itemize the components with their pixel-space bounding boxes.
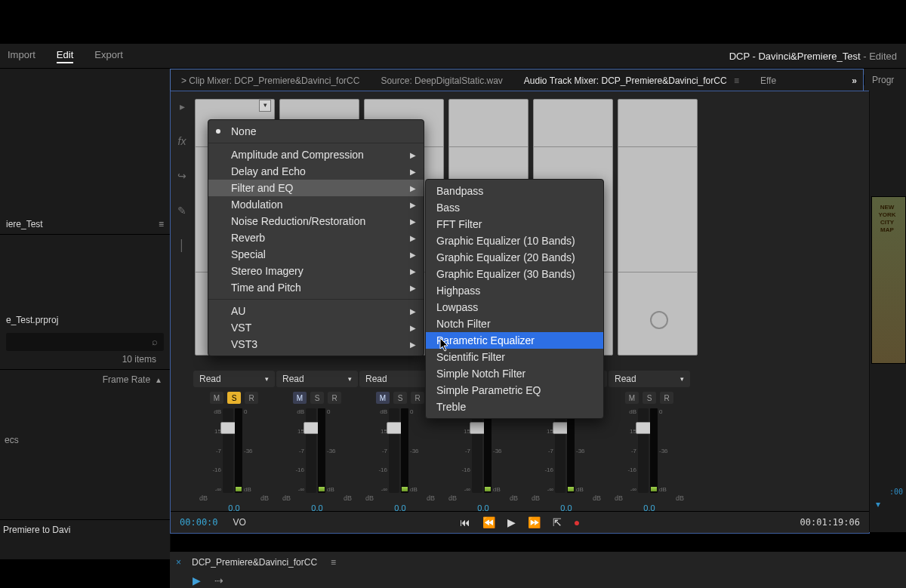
fx-menu-item[interactable]: Reverb▶	[208, 229, 424, 246]
solo-button[interactable]: S	[310, 392, 324, 404]
fx-menu-item[interactable]: Amplitude and Compression▶	[208, 146, 424, 163]
menu-import[interactable]: Import	[8, 49, 35, 63]
more-tabs-icon[interactable]: »	[852, 75, 857, 86]
fx-menu-item[interactable]: Noise Reduction/Restoration▶	[208, 213, 424, 229]
fx-submenu-item[interactable]: Graphic Equalizer (30 Bands)	[426, 266, 603, 282]
tab-clip-mixer[interactable]: > Clip Mixer: DCP_Premiere&Davinci_forCC	[171, 75, 370, 86]
window-title: DCP - Davinci&Premiere_Test - Edited	[729, 51, 897, 62]
timeline-sequence-name[interactable]: DCP_Premiere&Davinci_forCC	[192, 557, 317, 568]
fx-menu-plugin-format[interactable]: AU▶	[208, 303, 424, 319]
mute-button[interactable]: M	[293, 392, 307, 404]
fx-submenu-item[interactable]: Notch Filter	[426, 316, 603, 332]
level-meter	[567, 408, 575, 493]
mute-button[interactable]: M	[376, 392, 390, 404]
tab-program[interactable]: Progr	[864, 75, 906, 85]
hamburger-icon[interactable]: ≡	[159, 219, 164, 229]
fx-submenu-item[interactable]: Graphic Equalizer (10 Bands)	[426, 232, 603, 249]
timeline-menu-icon[interactable]: ≡	[331, 557, 336, 568]
panel-tabbar: > Clip Mixer: DCP_Premiere&Davinci_forCC…	[0, 68, 906, 91]
timecode-in[interactable]: 00:00:0	[180, 517, 218, 528]
selection-tool-icon[interactable]: ▶	[193, 574, 201, 586]
record-button[interactable]: R	[660, 392, 673, 404]
mute-button[interactable]: M	[625, 392, 639, 404]
fx-slot[interactable]	[618, 99, 698, 356]
fx-submenu-item[interactable]: Bass	[426, 199, 603, 216]
timeline-close-icon[interactable]: ×	[176, 557, 181, 568]
sort-caret-icon: ▲	[155, 376, 162, 384]
timeline-tab-bar: × DCP_Premiere&Davinci_forCC ≡	[170, 551, 906, 573]
solo-button[interactable]: S	[227, 392, 241, 404]
fx-menu-item[interactable]: Time and Pitch▶	[208, 279, 424, 296]
playhead-marker-icon[interactable]: ▾	[876, 499, 891, 508]
tab-audio-track-mixer[interactable]: Audio Track Mixer: DCP_Premiere&Davinci_…	[513, 75, 750, 86]
level-meter	[401, 408, 408, 493]
menu-edit[interactable]: Edit	[57, 49, 73, 63]
fx-submenu-item[interactable]: Treble	[426, 399, 603, 415]
main-menubar: Import Edit Export DCP - Davinci&Premier…	[0, 44, 906, 68]
tool-send-icon[interactable]: ↪	[176, 170, 188, 182]
volume-fader[interactable]	[638, 408, 649, 493]
solo-button[interactable]: S	[643, 392, 656, 404]
fx-menu-none[interactable]: None	[208, 123, 424, 140]
fx-menu-plugin-format[interactable]: VST▶	[208, 319, 424, 336]
fx-menu-item[interactable]: Modulation▶	[208, 196, 424, 213]
fx-submenu-item[interactable]: Graphic Equalizer (20 Bands)	[426, 249, 603, 266]
tool-fx-icon[interactable]: fx	[176, 135, 188, 147]
fx-slot-dropdown-icon[interactable]: ▾	[259, 100, 271, 112]
tool-pen-icon[interactable]: ✎	[176, 205, 188, 217]
bin-item-premiere[interactable]: Premiere to Davi	[0, 519, 170, 540]
project-panel: iere_Test ≡ e_Test.prproj ⌕ 10 items Fra…	[0, 91, 171, 559]
project-file-row[interactable]: e_Test.prproj	[0, 310, 170, 330]
step-back-icon[interactable]: ⏪	[482, 516, 495, 528]
fx-submenu-item[interactable]: Simple Notch Filter	[426, 365, 603, 382]
fx-submenu-item[interactable]: Bandpass	[426, 183, 603, 199]
fx-menu-item[interactable]: Delay and Echo▶	[208, 163, 424, 180]
frame-rate-header[interactable]: Frame Rate▲	[0, 369, 170, 389]
mixer-channel: Read▾MSRdB15-7-16-∞0-36dBdBdB0.0	[610, 371, 689, 513]
project-bin-row[interactable]: iere_Test ≡	[0, 214, 170, 234]
step-fwd-icon[interactable]: ⏩	[528, 516, 541, 528]
solo-button[interactable]: S	[393, 392, 407, 404]
pan-knob[interactable]	[650, 311, 668, 329]
fx-menu-item[interactable]: Stereo Imagery▶	[208, 263, 424, 279]
automation-mode-dropdown[interactable]: Read▾	[609, 371, 690, 387]
volume-fader[interactable]	[389, 408, 399, 493]
volume-fader[interactable]	[223, 408, 233, 493]
fx-menu-item[interactable]: Special▶	[208, 246, 424, 263]
fx-submenu-item[interactable]: Simple Parametric EQ	[426, 382, 603, 399]
fx-filter-eq-submenu: BandpassBassFFT FilterGraphic Equalizer …	[425, 179, 604, 419]
fx-submenu-item[interactable]: Scientific Filter	[426, 349, 603, 365]
play-icon[interactable]: ▶	[507, 516, 516, 528]
fx-menu-plugin-format[interactable]: VST3▶	[208, 336, 424, 352]
fx-submenu-item[interactable]: FFT Filter	[426, 216, 603, 232]
record-button[interactable]: R	[411, 392, 424, 404]
tab-menu-icon[interactable]: ≡	[734, 75, 739, 86]
program-thumb-text: NEW YORK CITY MAP	[874, 204, 900, 234]
volume-fader[interactable]	[472, 408, 482, 493]
level-meter	[235, 408, 242, 493]
fx-submenu-item[interactable]: Lowpass	[426, 299, 603, 316]
record-button[interactable]: R	[328, 392, 341, 404]
volume-fader[interactable]	[555, 408, 565, 493]
search-input[interactable]: ⌕	[6, 333, 164, 351]
fx-submenu-item[interactable]: Parametric Equalizer	[426, 332, 603, 349]
fx-submenu-item[interactable]: Highpass	[426, 282, 603, 299]
volume-fader[interactable]	[306, 408, 316, 493]
tab-effects[interactable]: Effe	[750, 75, 787, 86]
automation-mode-dropdown[interactable]: Read▾	[193, 371, 275, 387]
program-timecode: :00	[889, 488, 903, 496]
tool-arrow-icon[interactable]: ▸	[176, 100, 188, 112]
fx-menu-item[interactable]: Filter and EQ▶	[208, 180, 424, 196]
bin-item[interactable]: ecs	[0, 435, 170, 445]
automation-mode-dropdown[interactable]: Read▾	[276, 371, 358, 387]
record-button[interactable]: R	[245, 392, 258, 404]
mute-button[interactable]: M	[210, 392, 223, 404]
tool-line-icon[interactable]: │	[176, 239, 188, 251]
go-start-icon[interactable]: ⏮	[460, 516, 470, 528]
ripple-tool-icon[interactable]: ⇢	[214, 574, 223, 586]
timecode-out[interactable]: 00:01:19:06	[800, 517, 860, 528]
tab-source[interactable]: Source: DeepDigitalStatic.wav	[370, 75, 513, 86]
menu-export[interactable]: Export	[94, 49, 123, 63]
export-icon[interactable]: ⇱	[553, 516, 562, 528]
record-icon[interactable]: ●	[574, 516, 580, 528]
